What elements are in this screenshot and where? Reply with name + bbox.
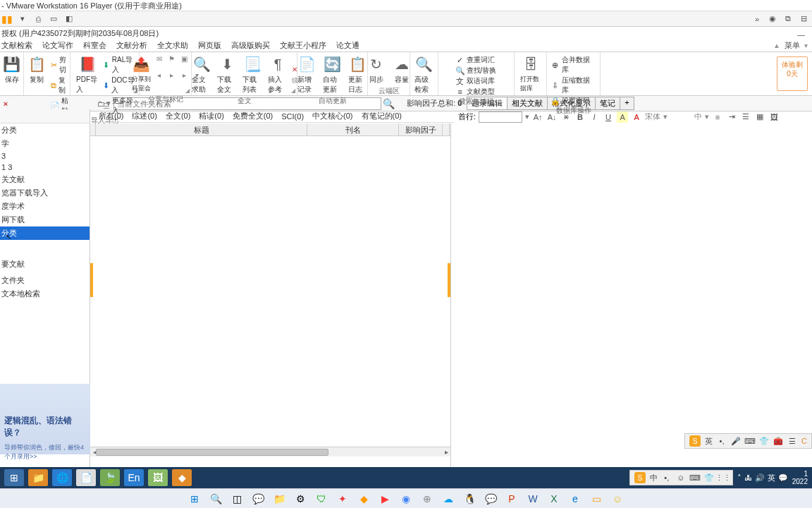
vmware-send-ctrlaltdel-icon[interactable]: ⎙ xyxy=(32,13,44,25)
fulltext-req-button[interactable]: 🔍全文求助 xyxy=(189,54,214,96)
ime-menu-icon[interactable]: ⋮⋮ xyxy=(718,473,728,483)
col-extra[interactable] xyxy=(443,123,450,135)
ime-mic-icon[interactable]: 🎤 xyxy=(731,436,741,446)
host-app-icon[interactable]: 🛡 xyxy=(313,491,330,507)
firstline-dropdown-icon[interactable]: ▾ xyxy=(525,112,529,121)
pw-db-button[interactable]: 🔒设置密码 xyxy=(550,96,597,106)
filter-sci[interactable]: SCI(0) xyxy=(281,112,304,121)
font-dropdown-icon[interactable]: ▾ xyxy=(663,112,668,121)
merge-db-button[interactable]: ⊕合并数据库 xyxy=(550,55,597,75)
filter-notes[interactable]: 有笔记的(0) xyxy=(362,111,402,121)
menu-button[interactable]: 菜单 xyxy=(785,40,800,51)
first-icon[interactable]: ◂ xyxy=(154,70,164,80)
tree-item[interactable]: 分类 xyxy=(0,123,90,137)
filter-core[interactable]: 中文核心(0) xyxy=(312,111,352,121)
tray-up-icon[interactable]: ˄ xyxy=(737,473,742,483)
tree-item[interactable]: 关文献 xyxy=(0,173,90,186)
find-replace-button[interactable]: 🔍查找/替换 xyxy=(455,66,498,75)
ime-skin-icon[interactable]: 👕 xyxy=(759,436,769,446)
taskbar-app-icon[interactable]: 📁 xyxy=(28,469,48,486)
ime-keyboard-icon[interactable]: ⌨ xyxy=(745,436,755,446)
menu-item[interactable]: 文献检索 xyxy=(1,40,32,51)
sync-button[interactable]: ↻同步 xyxy=(364,54,389,86)
trial-badge[interactable]: 体验剩 0天 xyxy=(777,56,808,91)
host-settings-icon[interactable]: ⚙ xyxy=(292,491,309,507)
splitter-right[interactable] xyxy=(448,263,450,297)
ime-menu-icon[interactable]: ☰ xyxy=(787,436,797,446)
list-icon[interactable]: ☰ xyxy=(740,111,751,123)
scroll-thumb[interactable] xyxy=(96,449,328,456)
ime-toolbar-guest[interactable]: S 中 •, ☺ ⌨ 👕 ⋮⋮ xyxy=(629,470,733,485)
filter-read[interactable]: 精读(0) xyxy=(199,111,223,121)
vmware-usb-icon[interactable]: ⊟ xyxy=(798,13,809,25)
bilingual-button[interactable]: 文双语词库 xyxy=(455,76,498,86)
strike-icon[interactable]: x̶ xyxy=(560,111,572,123)
ime-punct-icon[interactable]: •, xyxy=(662,473,672,483)
indent-icon[interactable]: ⇥ xyxy=(726,111,737,123)
host-app-icon[interactable]: e xyxy=(567,491,584,507)
host-app-icon[interactable]: ▶ xyxy=(376,491,393,507)
tree-item[interactable]: 要文献 xyxy=(0,258,90,271)
search-button[interactable]: 🔍 xyxy=(381,97,395,111)
col-blank[interactable] xyxy=(90,123,96,135)
tree-item[interactable]: 3 xyxy=(0,150,90,162)
host-app-icon[interactable]: ⊕ xyxy=(419,491,436,507)
vmware-tools-icon[interactable]: » xyxy=(751,13,763,25)
copy-small-button[interactable]: ⧉复制 xyxy=(49,75,70,95)
newrec-button[interactable]: 📄新增记录 xyxy=(295,54,320,96)
vmware-net-icon[interactable]: ⧉ xyxy=(782,13,794,25)
host-app-icon[interactable]: ☁ xyxy=(440,491,457,507)
host-app-icon[interactable]: 🐧 xyxy=(461,491,478,507)
taskbar-app-icon[interactable]: 🍃 xyxy=(100,469,120,486)
size-dropdown-icon[interactable]: ▾ xyxy=(705,112,709,121)
horizontal-scrollbar[interactable]: ◂ ▸ xyxy=(90,447,450,456)
scroll-right-icon[interactable]: ▸ xyxy=(442,448,450,456)
host-app-icon[interactable]: W xyxy=(524,491,541,507)
download-full-button[interactable]: ⬇下载全文 xyxy=(214,54,240,96)
share-button[interactable]: 📤 分享到科室会 xyxy=(129,54,154,95)
menu-item[interactable]: 文献分析 xyxy=(116,40,147,51)
mail-icon[interactable]: ✉ xyxy=(154,54,164,64)
taskbar-app-icon[interactable]: 🖼 xyxy=(148,469,168,486)
table-icon[interactable]: ▦ xyxy=(754,111,765,123)
menu-item[interactable]: 全文求助 xyxy=(157,40,188,51)
tree-item[interactable]: 文件夹 xyxy=(0,274,90,287)
host-app-icon[interactable]: X xyxy=(546,491,562,507)
highlight-icon[interactable]: A xyxy=(617,111,628,123)
superscript-icon[interactable]: A↑ xyxy=(532,111,543,123)
filter-review[interactable]: 综述(0) xyxy=(132,111,156,121)
taskbar-clock[interactable]: 1 2022 xyxy=(792,470,808,485)
insert-ref-button[interactable]: ¶插入参考 xyxy=(265,54,290,96)
flag-icon[interactable]: ⚑ xyxy=(167,54,177,64)
filter-all[interactable]: 所有(0) xyxy=(99,111,123,121)
menu-dropdown-icon[interactable]: ▾ xyxy=(804,42,808,49)
tag-icon[interactable]: ▣ xyxy=(180,54,190,64)
dup-check-button[interactable]: ✓查重词汇 xyxy=(455,55,498,65)
host-app-icon[interactable]: ✦ xyxy=(334,491,351,507)
host-start-icon[interactable]: ⊞ xyxy=(186,491,203,507)
col-journal[interactable]: 刊名 xyxy=(307,123,399,135)
menu-item[interactable]: 论文通 xyxy=(336,40,359,51)
italic-icon[interactable]: I xyxy=(589,111,600,123)
ime-keyboard-icon[interactable]: ⌨ xyxy=(690,473,700,483)
menu-item[interactable]: 文献王小程序 xyxy=(280,40,326,51)
vmware-dropdown-icon[interactable]: ▾ xyxy=(17,13,28,25)
pdf-import-button[interactable]: 📕 PDF导入 xyxy=(73,54,102,116)
host-app-icon[interactable]: ◉ xyxy=(398,491,414,507)
taskbar-app-icon[interactable]: En xyxy=(124,469,144,486)
taskbar-app-icon[interactable]: 🌐 xyxy=(52,469,72,486)
align-left-icon[interactable]: ≡ xyxy=(712,111,723,123)
tray-notify-icon[interactable]: 💬 xyxy=(778,473,788,483)
host-app-icon[interactable]: ◆ xyxy=(355,491,372,507)
tab-related[interactable]: 相关文献 xyxy=(507,97,548,110)
tree-item[interactable]: 学 xyxy=(0,137,90,150)
zip-db-button[interactable]: ⇩压缩数据库 xyxy=(550,75,597,95)
ime-toolbar-outer[interactable]: S 英 •, 🎤 ⌨ 👕 🧰 ☰ C xyxy=(684,433,812,449)
tree-item[interactable]: 网下载 xyxy=(0,213,90,226)
autoupdate-button[interactable]: 🔄自动更新 xyxy=(320,54,345,96)
tab-add[interactable]: + xyxy=(620,97,634,110)
menu-item[interactable]: 高级版购买 xyxy=(231,40,270,51)
size-select[interactable]: 中 xyxy=(694,111,702,122)
close-pane-icon[interactable]: × xyxy=(0,99,11,108)
advertisement-panel[interactable]: 逻辑混乱、语法错误？ 导师帮你润色，修回，最快4个月录用>> xyxy=(0,384,90,454)
